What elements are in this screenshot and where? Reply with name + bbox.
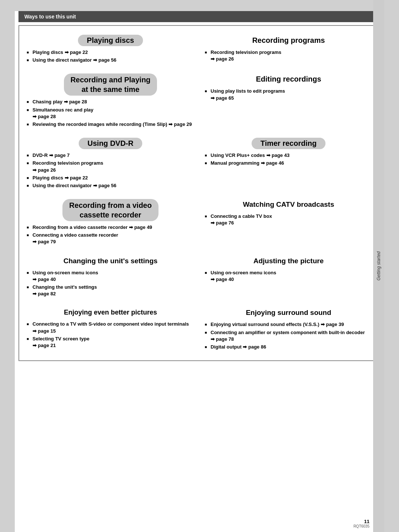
list-item: Enjoying virtual surround sound effects … [205,321,372,328]
list-item: Using VCR Plus+ codes ➡ page 43 [205,152,372,159]
section-editing-recordings: Editing recordings Using play lists to e… [203,71,374,132]
list-item: Playing discs ➡ page 22 [27,175,194,181]
section-recording-programs: Recording programs Recording television … [203,32,374,68]
changing-settings-title: Changing the unit's settings [55,255,167,267]
section-enjoying-surround: Enjoying surround sound Enjoying virtual… [203,304,374,354]
list-item: Changing the unit's settings➡ page 82 [27,284,194,297]
list-item: Using on-screen menu icons➡ page 40 [27,270,194,283]
recording-playing-title: Recording and Playingat the same time [64,73,157,96]
playing-discs-title: Playing discs [78,35,143,46]
list-item: Using play lists to edit programs➡ page … [205,88,372,101]
enjoying-better-pictures-title: Enjoying even better pictures [55,307,166,318]
section-recording-from-video: Recording from a videocassette recorder … [25,196,196,250]
section-using-dvd-r: Using DVD-R DVD-R ➡ page 7 Recording tel… [25,135,196,193]
list-item: Recording television programs➡ page 26 [205,49,372,62]
section-changing-settings: Changing the unit's settings Using on-sc… [25,253,196,302]
section-enjoying-better-pictures: Enjoying even better pictures Connecting… [25,304,196,354]
list-item: Playing discs ➡ page 22 [27,49,194,56]
sidebar-label: Getting started [376,251,381,281]
recording-from-video-items: Recording from a video cassette recorder… [25,224,196,246]
enjoying-surround-title: Enjoying surround sound [237,307,340,318]
recording-programs-items: Recording television programs➡ page 26 [203,49,374,62]
watching-catv-title: Watching CATV broadcasts [234,199,343,210]
editing-recordings-title: Editing recordings [247,73,330,85]
recording-from-video-title: Recording from a videocassette recorder [62,199,158,221]
recording-programs-title: Recording programs [243,35,334,46]
list-item: Manual programming ➡ page 46 [205,160,372,167]
list-item: Connecting an amplifier or system compon… [205,329,372,343]
section-adjusting-picture: Adjusting the picture Using on-screen me… [203,253,374,302]
list-item: Using the direct navigator ➡ page 56 [27,57,194,64]
section-recording-and-playing: Recording and Playingat the same time Ch… [25,71,196,132]
page-number: 11 [354,519,369,524]
page-number-area: 11 RQT6035 [354,519,369,528]
using-dvd-r-title: Using DVD-R [79,138,142,149]
right-sidebar: Getting started [373,0,384,532]
list-item: Selecting TV screen type➡ page 21 [27,336,194,349]
section-playing-discs: Playing discs Playing discs ➡ page 22 Us… [25,32,196,68]
using-dvd-r-items: DVD-R ➡ page 7 Recording television prog… [25,152,196,189]
playing-discs-items: Playing discs ➡ page 22 Using the direct… [25,49,196,64]
list-item: Connecting to a TV with S-video or compo… [27,321,194,334]
list-item: Reviewing the recorded images while reco… [27,121,194,128]
adjusting-picture-items: Using on-screen menu icons➡ page 40 [203,270,374,283]
list-item: Digital output ➡ page 86 [205,344,372,350]
watching-catv-items: Connecting a cable TV box➡ page 76 [203,213,374,226]
header-label: Ways to use this unit [24,14,76,20]
changing-settings-items: Using on-screen menu icons➡ page 40 Chan… [25,270,196,298]
list-item: DVD-R ➡ page 7 [27,152,194,159]
enjoying-better-pictures-items: Connecting to a TV with S-video or compo… [25,321,196,349]
list-item: Chasing play ➡ page 28 [27,99,194,105]
list-item: Connecting a video cassette recorder➡ pa… [27,232,194,245]
enjoying-surround-items: Enjoying virtual surround sound effects … [203,321,374,350]
section-timer-recording: Timer recording Using VCR Plus+ codes ➡ … [203,135,374,193]
list-item: Recording television programs➡ page 26 [27,160,194,173]
editing-recordings-items: Using play lists to edit programs➡ page … [203,88,374,101]
top-bar [15,0,384,11]
list-item: Simultaneous rec and play➡ page 28 [27,107,194,120]
list-item: Using on-screen menu icons➡ page 40 [205,270,372,283]
rqt-code: RQT6035 [354,524,369,528]
list-item: Using the direct navigator ➡ page 56 [27,182,194,189]
section-watching-catv: Watching CATV broadcasts Connecting a ca… [203,196,374,250]
header-bar: Ways to use this unit [18,11,381,22]
content-area: Playing discs Playing discs ➡ page 22 Us… [18,25,381,361]
adjusting-picture-title: Adjusting the picture [245,255,332,267]
page: Ways to use this unit Playing discs Play… [15,0,384,532]
list-item: Recording from a video cassette recorder… [27,224,194,231]
list-item: Connecting a cable TV box➡ page 76 [205,213,372,226]
recording-playing-items: Chasing play ➡ page 28 Simultaneous rec … [25,99,196,128]
timer-recording-items: Using VCR Plus+ codes ➡ page 43 Manual p… [203,152,374,167]
timer-recording-title: Timer recording [252,138,325,149]
